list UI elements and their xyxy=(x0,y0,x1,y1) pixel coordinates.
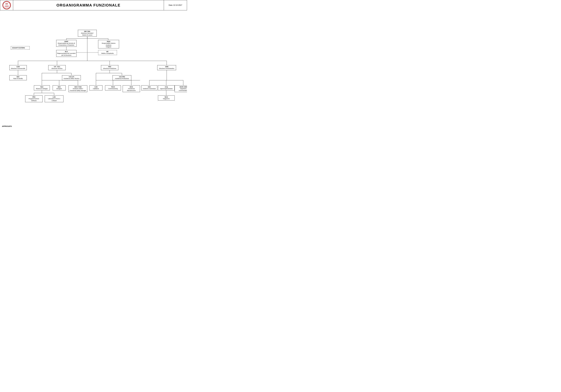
node-amm-code: AMM xyxy=(158,66,175,68)
node-acq-desc: Approvvigionamento xyxy=(159,88,174,90)
node-rsgi-code: RSGI xyxy=(99,41,118,42)
node-dir-desc: Direzione Generale /Datore di Lavoro xyxy=(79,32,96,36)
node-rs: R&S Ricerca & Sviluppo xyxy=(34,85,50,90)
node-segr-amm-desc: Segreteria Amministrativa xyxy=(175,88,187,91)
header: SV SISTEMI DI SICUREZZA ORGANIGRAMMA FUN… xyxy=(0,0,187,10)
node-rsgi-desc: Responsabile Sistema Gestioneintegrato xyxy=(99,42,118,48)
node-ass-prd-desc: Assistenza Produzione xyxy=(113,78,130,79)
node-rspp-desc: Responsabile del Servizio diPrevenzione … xyxy=(57,42,76,46)
node-ass-uti: ASS UTI Assistenza Ufficio Tecnico xyxy=(62,75,81,80)
node-rsgi: RSGI Responsabile Sistema Gestioneintegr… xyxy=(98,40,119,48)
node-uti-paa: UTI - PAA Direzione Tecnica xyxy=(48,65,66,70)
node-man: MAN Assistenza Manutenzione xyxy=(123,85,140,92)
node-man-code: MAN xyxy=(123,86,139,88)
node-rspp-code: RSPP xyxy=(57,41,76,42)
node-amm: AMM Direzione Amministrativa xyxy=(157,65,176,70)
node-cab: CAB Cablatore xyxy=(89,85,102,90)
node-gec-desc: Gestione Commesse xyxy=(142,88,156,90)
node-rs-desc: Ricerca & Sviluppo xyxy=(35,88,49,90)
node-amm-desc: Direzione Amministrativa xyxy=(158,68,175,69)
node-uti-code: UTI - PAA xyxy=(49,66,65,68)
node-mag-code: MAG xyxy=(159,96,174,98)
node-prg: PRG Programmazione Software xyxy=(25,95,43,102)
node-mc-desc: Medico Competente xyxy=(99,52,116,54)
node-mag-desc: Magazzino xyxy=(159,98,174,100)
node-geo-code: GEO / FSM xyxy=(69,86,86,88)
node-com-desc: Direzione Commerciale xyxy=(10,68,26,69)
node-prg-code: PRG xyxy=(26,96,42,98)
node-lab-code: LAB xyxy=(46,96,63,98)
header-date: Data: 12-12-2017 xyxy=(164,0,187,10)
node-prd-code: PRD xyxy=(102,66,118,68)
node-des: DES Designer xyxy=(53,85,66,90)
node-dir: DIR / DDL Direzione Generale /Datore di … xyxy=(78,30,97,37)
node-des-desc: Designer xyxy=(54,88,65,90)
node-ass-prd: ASS PRD Assistenza Produzione xyxy=(113,75,131,80)
logo: SV SISTEMI DI SICUREZZA xyxy=(2,1,11,9)
soggetti-esterni-box: SOGGETTI ESTERNI xyxy=(11,46,30,50)
node-rs-code: R&S xyxy=(35,86,49,88)
node-rdv-code: RdV xyxy=(10,76,26,78)
node-mc: MC Medico Competente xyxy=(98,50,117,55)
node-geo-fsm: GEO / FSM Gestione Ordini /Functional Sa… xyxy=(69,85,87,92)
node-acq: ACQ Approvvigionamento xyxy=(158,85,175,90)
node-prd-desc: Direzione Produzione xyxy=(102,68,118,69)
node-lab: LAB Laboratorio Prove e Collaudi xyxy=(45,95,64,102)
svg-text:SICUREZZA: SICUREZZA xyxy=(4,7,9,7)
node-acq-code: ACQ xyxy=(159,86,174,88)
node-segr-amm: SEGR AMM Segreteria Amministrativa xyxy=(175,85,187,92)
node-rls-desc: Rappresentante dei Lavoratoriper la Sicu… xyxy=(57,52,76,56)
org-chart: SOGGETTI ESTERNI DIR / DDL Direzione Gen… xyxy=(1,13,185,123)
approval-status: APPROVATO xyxy=(2,125,12,127)
node-cab-desc: Cablatore xyxy=(90,88,102,90)
node-prd: PRD Direzione Produzione xyxy=(101,65,118,70)
node-ass-uti-code: ASS UTI xyxy=(63,76,80,78)
node-gec-code: GEC xyxy=(142,86,156,88)
main-content: SOGGETTI ESTERNI DIR / DDL Direzione Gen… xyxy=(0,10,187,124)
page-title: ORGANIGRAMMA FUNZIONALE xyxy=(13,3,164,8)
node-tech-code: TECH xyxy=(106,86,120,88)
node-uti-desc: Direzione Tecnica xyxy=(49,68,65,69)
node-rdv-desc: Rete di Vendita xyxy=(10,78,26,79)
node-com-code: COM xyxy=(10,66,26,68)
node-rdv: RdV Rete di Vendita xyxy=(9,75,27,80)
node-rls: RLS Rappresentante dei Lavoratoriper la … xyxy=(56,50,76,57)
node-rspp: RSPP Responsabile del Servizio diPrevenz… xyxy=(56,40,76,47)
node-rls-code: RLS xyxy=(57,51,76,52)
node-mag: MAG Magazzino xyxy=(158,95,175,101)
node-prg-desc: Programmazione Software xyxy=(26,98,42,102)
node-lab-desc: Laboratorio Prove e Collaudi xyxy=(46,98,63,102)
node-man-desc: Assistenza Manutenzione xyxy=(123,88,139,91)
logo-container: SV SISTEMI DI SICUREZZA xyxy=(0,0,13,10)
svg-text:SV: SV xyxy=(5,3,8,5)
node-tech-desc: Commissioning xyxy=(106,88,120,90)
node-tech: TECH Commissioning xyxy=(105,85,121,90)
node-segr-amm-code: SEGR AMM xyxy=(175,86,187,88)
node-ass-prd-code: ASS PRD xyxy=(113,76,130,78)
node-des-code: DES xyxy=(54,86,65,88)
node-gec: GEC Gestione Commesse xyxy=(141,85,157,90)
soggetti-esterni-label: SOGGETTI ESTERNI xyxy=(12,47,25,49)
node-geo-desc: Gestione Ordini /Functional Safety Manag… xyxy=(69,88,86,91)
node-cab-code: CAB xyxy=(90,86,102,88)
footer: APPROVATO xyxy=(0,124,187,128)
node-dir-code: DIR / DDL xyxy=(79,31,96,32)
node-com: COM Direzione Commerciale xyxy=(9,65,27,70)
svg-text:SISTEMI DI: SISTEMI DI xyxy=(5,5,9,6)
node-ass-uti-desc: Assistenza Ufficio Tecnico xyxy=(63,78,80,79)
node-mc-code: MC xyxy=(99,51,116,52)
